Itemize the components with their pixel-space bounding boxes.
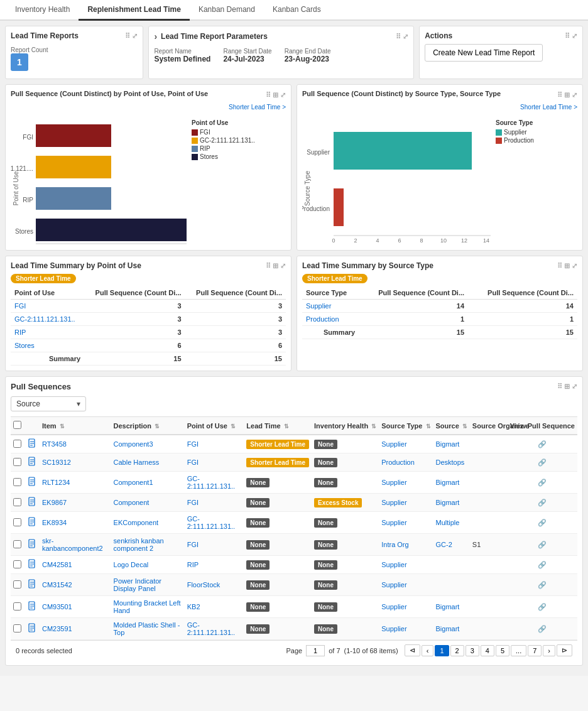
tab-kanban-demand[interactable]: Kanban Demand [190,0,264,21]
row-pou[interactable]: FGI [185,453,244,472]
row-pou[interactable]: GC-2:111.121.131.. [185,618,244,640]
page-ellipsis-button[interactable]: ... [511,645,526,656]
page-3-button[interactable]: 3 [466,645,479,656]
row-pou[interactable]: GC-2:111.121.131.. [185,472,244,494]
tab-inventory-health[interactable]: Inventory Health [6,0,79,21]
row-pou[interactable]: FGI [185,435,244,453]
row-src[interactable]: Multiple [433,512,470,534]
row-view-pull[interactable]: 🔗 [508,453,577,472]
summary-right-row-name[interactable]: Production [302,313,359,326]
row-desc[interactable]: Logo Decal [111,556,185,574]
last-page-button[interactable]: ⊳ [557,644,572,656]
row-select-checkbox[interactable] [13,478,21,486]
row-pou[interactable]: FGI [185,494,244,512]
row-item[interactable]: CM23591 [40,618,111,640]
page-5-button[interactable]: 5 [496,645,509,656]
row-select-checkbox[interactable] [13,624,21,632]
row-desc[interactable]: Power Indicator Display Panel [111,574,185,596]
tab-kanban-cards[interactable]: Kanban Cards [264,0,330,21]
row-item[interactable]: CM42581 [40,556,111,574]
row-select-checkbox[interactable] [13,518,21,526]
row-view-pull[interactable]: 🔗 [508,435,577,453]
panel-icons-summary-right[interactable]: ⠿ ⊞ ⤢ [557,262,577,270]
row-st[interactable]: Supplier [379,596,433,618]
summary-left-row-name[interactable]: GC-2:111.121.131.. [11,313,84,326]
row-select-checkbox[interactable] [13,458,21,466]
panel-icons-lt-params[interactable]: ⠿ ⤢ [396,33,408,41]
row-st[interactable]: Production [379,453,433,472]
row-checkbox[interactable] [11,534,26,556]
row-item[interactable]: RLT1234 [40,472,111,494]
next-page-button[interactable]: › [543,645,555,656]
row-st[interactable]: Supplier [379,556,433,574]
row-st[interactable]: Intra Org [379,534,433,556]
row-st[interactable]: Supplier [379,435,433,453]
row-st[interactable]: Supplier [379,618,433,640]
row-view-pull[interactable]: 🔗 [508,512,577,534]
tab-replenishment-lead-time[interactable]: Replenishment Lead Time [79,0,189,21]
row-view-pull[interactable]: 🔗 [508,618,577,640]
row-desc[interactable]: senkrish kanban component 2 [111,534,185,556]
row-checkbox[interactable] [11,618,26,640]
row-st[interactable]: Supplier [379,472,433,494]
row-pou[interactable]: KB2 [185,596,244,618]
row-desc[interactable]: Cable Harness [111,453,185,472]
item-col-header[interactable]: Item ⇅ [40,417,111,435]
row-desc[interactable]: Molded Plastic Shell - Top [111,618,185,640]
row-select-checkbox[interactable] [13,560,21,568]
pou-col-header[interactable]: Point of Use ⇅ [185,417,244,435]
page-7-button[interactable]: 7 [528,645,542,656]
page-input[interactable] [306,645,325,656]
first-page-button[interactable]: ⊲ [405,644,420,656]
row-desc[interactable]: EKComponent [111,512,185,534]
row-item[interactable]: SC19312 [40,453,111,472]
panel-icons-chart-right[interactable]: ⠿ ⊞ ⤢ [557,91,577,99]
row-st[interactable]: Supplier [379,512,433,534]
summary-left-row-name[interactable]: FGI [11,300,84,313]
row-view-pull[interactable]: 🔗 [508,574,577,596]
row-src[interactable] [433,574,470,596]
row-checkbox[interactable] [11,494,26,512]
so-col-header[interactable]: Source Organiz e [470,417,508,435]
row-st[interactable]: Supplier [379,574,433,596]
row-view-pull[interactable]: 🔗 [508,534,577,556]
row-src[interactable] [433,556,470,574]
row-pou[interactable]: RIP [185,556,244,574]
lt-col-header[interactable]: Lead Time ⇅ [244,417,312,435]
summary-right-row-name[interactable]: Supplier [302,300,359,313]
panel-icons-actions[interactable]: ⠿ ⤢ [565,32,577,40]
select-all-header[interactable] [11,417,26,435]
row-select-checkbox[interactable] [13,440,21,448]
row-checkbox[interactable] [11,435,26,453]
shorter-lead-time-link-right[interactable]: Shorter Lead Time > [302,104,577,111]
row-item[interactable]: EK9867 [40,494,111,512]
row-src[interactable]: Bigmart [433,435,470,453]
row-item[interactable]: EK8934 [40,512,111,534]
row-view-pull[interactable]: 🔗 [508,472,577,494]
row-src[interactable]: GC-2 [433,534,470,556]
row-select-checkbox[interactable] [13,602,21,611]
desc-col-header[interactable]: Description ⇅ [111,417,185,435]
row-checkbox[interactable] [11,574,26,596]
row-item[interactable]: skr-kanbancomponent2 [40,534,111,556]
page-1-button[interactable]: 1 [435,645,449,656]
row-st[interactable]: Supplier [379,494,433,512]
chevron-right-icon[interactable]: › [154,31,157,41]
create-lead-time-report-button[interactable]: Create New Lead Time Report [425,44,543,62]
page-2-button[interactable]: 2 [450,645,464,656]
panel-icons-pull-seq[interactable]: ⠿ ⊞ ⤢ [557,383,577,391]
row-item[interactable]: CM93501 [40,596,111,618]
src-col-header[interactable]: Source ⇅ [433,417,470,435]
panel-icons-summary-left[interactable]: ⠿ ⊞ ⤢ [266,262,286,270]
shorter-lead-time-link-left[interactable]: Shorter Lead Time > [11,104,286,111]
row-desc[interactable]: Component3 [111,435,185,453]
row-desc[interactable]: Component1 [111,472,185,494]
row-pou[interactable]: GC-2:111.121.131.. [185,512,244,534]
summary-left-row-name[interactable]: Stores [11,339,84,352]
row-checkbox[interactable] [11,596,26,618]
row-checkbox[interactable] [11,512,26,534]
row-src[interactable]: Bigmart [433,494,470,512]
row-select-checkbox[interactable] [13,580,21,589]
row-pou[interactable]: FGI [185,534,244,556]
row-desc[interactable]: Mounting Bracket Left Hand [111,596,185,618]
